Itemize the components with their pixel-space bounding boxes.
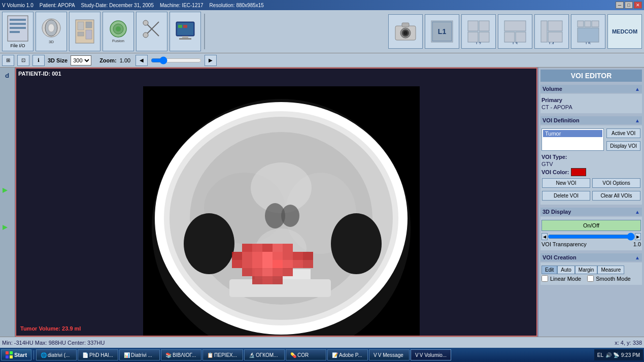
taskbar-app-phd[interactable]: 📄 PhD HAl... bbox=[78, 349, 118, 360]
medcom-button[interactable]: MEDCOM bbox=[607, 14, 642, 49]
ct-scan-button[interactable] bbox=[69, 12, 100, 51]
delete-voi-button[interactable]: Delete VOI bbox=[542, 191, 590, 201]
svg-rect-87 bbox=[273, 260, 283, 268]
zoom-left-button[interactable]: ◀ bbox=[135, 55, 148, 66]
patient-id-label: PATIENT-ID: 001 bbox=[18, 71, 61, 77]
voi-def-collapse-button[interactable]: ▲ bbox=[635, 118, 640, 123]
svg-rect-51 bbox=[592, 21, 599, 27]
taskbar-app-volumio[interactable]: V V Volumio... bbox=[411, 349, 451, 360]
window-controls: ─ □ ✕ bbox=[616, 2, 642, 9]
svg-rect-101 bbox=[6, 355, 9, 358]
new-voi-button[interactable]: New VOI bbox=[542, 178, 590, 188]
volume-section-body: Primary CT - APOPA bbox=[540, 94, 642, 113]
slider-left-arrow[interactable]: ◀ bbox=[541, 233, 548, 240]
voi-tumor-item[interactable]: Tumor bbox=[543, 130, 602, 137]
coords-text: x: 4, y: 338 bbox=[615, 340, 642, 346]
ct-image bbox=[143, 86, 420, 337]
lang-indicator[interactable]: EL bbox=[597, 352, 603, 358]
minimize-button[interactable]: ─ bbox=[616, 2, 624, 9]
canvas-area[interactable]: PATIENT-ID: 001 bbox=[15, 68, 537, 337]
voi-options-button[interactable]: VOI Options bbox=[592, 178, 640, 188]
layout-l1-button[interactable]: L1 bbox=[425, 14, 459, 49]
fusion-button[interactable]: Fusion bbox=[103, 12, 134, 51]
svg-rect-37 bbox=[479, 21, 489, 31]
svg-rect-23 bbox=[177, 23, 193, 35]
display3d-collapse-button[interactable]: ▲ bbox=[635, 209, 640, 215]
tab-margin[interactable]: Margin bbox=[575, 266, 598, 274]
primary-label: Primary bbox=[541, 97, 562, 103]
active-voi-button[interactable]: Active VOI bbox=[606, 128, 640, 138]
tab-auto[interactable]: Auto bbox=[557, 266, 575, 274]
transparency-slider[interactable] bbox=[548, 233, 635, 240]
creation-collapse-button[interactable]: ▲ bbox=[635, 255, 640, 260]
tab-edit[interactable]: Edit bbox=[541, 266, 557, 274]
left-panel: P bbox=[0, 68, 15, 337]
layout-l4-button[interactable]: L4 bbox=[534, 14, 569, 49]
close-button[interactable]: ✕ bbox=[634, 2, 642, 9]
clock: 9:23 PM bbox=[621, 352, 640, 358]
view-button[interactable]: ⊡ bbox=[17, 55, 29, 66]
zoom-label: Zoom: bbox=[99, 57, 117, 63]
svg-rect-4 bbox=[10, 31, 20, 33]
smooth-mode-checkbox[interactable] bbox=[587, 275, 594, 282]
app-label-6: ОГКОМ... bbox=[256, 352, 278, 358]
windows-icon bbox=[6, 351, 13, 358]
svg-rect-93 bbox=[262, 268, 273, 276]
grid-button[interactable]: ⊞ bbox=[2, 55, 14, 66]
voi-def-body: Tumor Active VOI Display VOI VOI Type: G… bbox=[540, 125, 642, 205]
voi-list: Tumor bbox=[541, 128, 604, 151]
taskbar-app-cor[interactable]: 💊 COR bbox=[286, 349, 326, 360]
app-label-5: ΠΕΡΙΕΧ... bbox=[214, 352, 237, 358]
svg-text:3D: 3D bbox=[49, 40, 54, 44]
creation-tabs: Edit Auto Margin Measure bbox=[541, 266, 641, 274]
size-select[interactable]: 300 200 400 bbox=[71, 55, 91, 65]
3d-view-button[interactable]: 3D bbox=[36, 12, 67, 51]
linear-mode-row: Linear Mode Smooth Mode bbox=[541, 275, 641, 282]
taskbar-app-diatrivi1[interactable]: 🌐 diatrivi (... bbox=[36, 349, 77, 360]
voi-color-swatch[interactable] bbox=[571, 168, 586, 176]
tool-button[interactable] bbox=[136, 12, 167, 51]
display3d-label: 3D Display bbox=[543, 209, 571, 215]
svg-rect-86 bbox=[262, 260, 273, 268]
svg-rect-43 bbox=[516, 32, 526, 42]
app-label-10: V Volumio... bbox=[420, 352, 447, 358]
system-tray: EL 🔊 📡 9:23 PM bbox=[594, 349, 643, 360]
svg-rect-91 bbox=[242, 268, 252, 276]
zoom-right-button[interactable]: ▶ bbox=[205, 55, 217, 66]
taskbar-app-diatrivi2[interactable]: 📊 Diatrivi ... bbox=[119, 349, 160, 360]
primary-value: CT - APOPA bbox=[541, 104, 572, 110]
layout-l2-button[interactable]: L2 bbox=[461, 14, 496, 49]
camera-button[interactable] bbox=[388, 14, 423, 49]
zoom-slider[interactable] bbox=[151, 56, 201, 64]
display-voi-button[interactable]: Display VOI bbox=[606, 141, 640, 151]
maximize-button[interactable]: □ bbox=[625, 2, 633, 9]
layout-l3-button[interactable]: L3 bbox=[498, 14, 532, 49]
taskbar-app-periex[interactable]: 📋 ΠΕΡΙΕΧ... bbox=[202, 349, 243, 360]
main-toolbar: File I/O 3D Fusion bbox=[0, 10, 644, 53]
display-button[interactable] bbox=[170, 12, 201, 51]
onoff-button[interactable]: On/Off bbox=[541, 220, 641, 231]
taskbar-app-vivlio[interactable]: 📚 ΒΙΒΛΙΟΓ... bbox=[161, 349, 201, 360]
svg-rect-52 bbox=[578, 28, 599, 42]
svg-point-16 bbox=[116, 26, 121, 31]
svg-point-67 bbox=[184, 213, 234, 274]
layout-l5-button[interactable]: L5 bbox=[571, 14, 605, 49]
svg-rect-74 bbox=[283, 244, 293, 252]
transp-value: 1.0 bbox=[633, 241, 641, 247]
slider-right-arrow[interactable]: ▶ bbox=[635, 233, 641, 240]
file-io-button[interactable]: File I/O bbox=[2, 12, 33, 51]
app-icon-5: 📋 bbox=[207, 352, 213, 358]
svg-text:Fusion: Fusion bbox=[112, 39, 124, 43]
tab-measure[interactable]: Measure bbox=[597, 266, 624, 274]
taskbar-app-ogkom[interactable]: 🔬 ОГКОМ... bbox=[244, 349, 285, 360]
svg-rect-2 bbox=[10, 23, 26, 25]
taskbar-app-adobe[interactable]: 📝 Adobe P... bbox=[327, 349, 368, 360]
clear-all-voi-button[interactable]: Clear All VOIs bbox=[592, 191, 640, 201]
linear-mode-checkbox[interactable] bbox=[541, 275, 548, 282]
volume-collapse-button[interactable]: ▲ bbox=[635, 86, 640, 92]
info-button[interactable]: ℹ bbox=[32, 55, 45, 66]
voi-color-label: VOI Color: bbox=[541, 169, 569, 175]
taskbar-app-message[interactable]: V V Message bbox=[369, 349, 410, 360]
start-button[interactable]: Start bbox=[1, 349, 31, 360]
svg-rect-88 bbox=[283, 260, 293, 268]
